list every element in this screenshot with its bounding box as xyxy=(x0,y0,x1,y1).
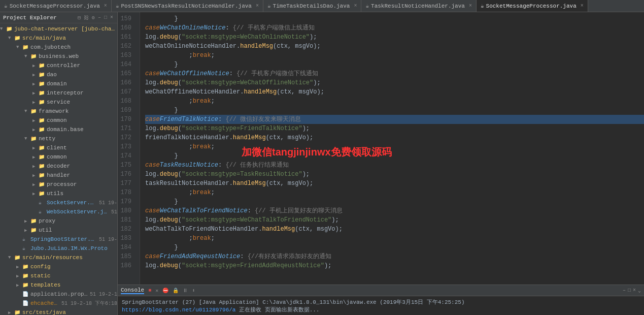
tree-item-22[interactable]: ▶📁util xyxy=(0,226,117,235)
code-line-174: } xyxy=(145,151,644,161)
tree-item-30[interactable]: 📄ehcache.xml 51 19-2-18 下午6:18 xyxy=(0,299,117,308)
tab-close-0[interactable]: × xyxy=(104,3,107,9)
tree-item-19[interactable]: ☕SocketServer.java 51 19- xyxy=(0,198,117,207)
console-pin-btn[interactable]: × xyxy=(633,288,636,294)
tree-item-15[interactable]: ▶📁decoder xyxy=(0,162,117,171)
console-close-btn[interactable]: – xyxy=(623,288,626,294)
tree-item-18[interactable]: ▶📁utils xyxy=(0,189,117,198)
tree-item-12[interactable]: ▼📁netty xyxy=(0,134,117,143)
tree-node-icon: 📄 xyxy=(22,300,29,306)
console-icon-2[interactable]: ✕ xyxy=(155,288,158,294)
maximize-icon[interactable]: □ xyxy=(103,14,108,21)
tree-item-6[interactable]: ▶📁domain xyxy=(0,79,117,88)
console-icon-6[interactable]: ⬇ xyxy=(192,288,195,294)
tab-4[interactable]: ☕ SocketMessageProcessor.java × xyxy=(477,0,588,12)
tree-node-icon: 📁 xyxy=(39,99,46,105)
tree-item-2[interactable]: ▼📁com.jubotech xyxy=(0,43,117,52)
line-number-185: 185 xyxy=(120,252,135,261)
code-line-181: log.debug("socket:msgtype=WeChatTalkToFr… xyxy=(145,215,644,225)
tree-item-7[interactable]: ▶📁interceptor xyxy=(0,88,117,98)
tree-item-3[interactable]: ▼📁business.web xyxy=(0,52,117,61)
settings-icon[interactable]: ⚙ xyxy=(91,14,96,21)
console-icon-4[interactable]: 🔒 xyxy=(173,288,179,294)
tree-item-26[interactable]: ▶📁config xyxy=(0,262,117,271)
line-number-172: 172 xyxy=(120,133,135,142)
minimize-icon[interactable]: – xyxy=(97,14,102,21)
tree-item-23[interactable]: ☕SpringBootStarter.java 51 19- xyxy=(0,235,117,244)
tree-item-21[interactable]: ▶📁proxy xyxy=(0,216,117,226)
tree-item-31[interactable]: ▶📁src/test/java xyxy=(0,308,117,315)
tree-node-label: proxy xyxy=(39,218,55,224)
tree-arrow: ▼ xyxy=(24,136,30,141)
tree-item-5[interactable]: ▶📁dao xyxy=(0,70,117,79)
tree-item-11[interactable]: ▶📁domain.base xyxy=(0,125,117,134)
tab-bar: ☕ SocketMessageProcessor.java × ☕ PostSN… xyxy=(0,0,644,12)
tree-node-icon: 📁 xyxy=(22,273,29,279)
code-content[interactable]: 1591601611621631641651661671681691701711… xyxy=(118,12,644,285)
tree-item-4[interactable]: ▶📁controller xyxy=(0,61,117,70)
console-tab[interactable]: Console xyxy=(121,287,144,294)
tree-node-icon: 📁 xyxy=(39,181,46,187)
tree-node-icon: ☕ xyxy=(39,209,46,215)
tree-item-24[interactable]: ☕Jubo.JuLiao.IM.Wx.Proto xyxy=(0,244,117,253)
tree-item-27[interactable]: ▶📁static xyxy=(0,271,117,280)
tree-node-icon: 📁 xyxy=(39,172,46,178)
console-icon-1[interactable]: ■ xyxy=(148,288,151,293)
tree-item-29[interactable]: 📄application.properties 51 19-2-1 xyxy=(0,290,117,299)
tab-close-1[interactable]: × xyxy=(256,3,259,9)
tree-node-icon: 📁 xyxy=(39,154,46,160)
tree-node-label: SocketServer.java xyxy=(47,200,97,206)
code-line-184: } xyxy=(145,243,644,252)
tree-arrow: ▶ xyxy=(16,273,22,279)
code-line-180: case WeChatTalkToFriendNotice: {// 手机上回复… xyxy=(145,206,644,215)
tree-node-label: jubo-chat-newserver [jubo-chat-newse... xyxy=(14,26,117,32)
tree-item-9[interactable]: ▼📁framework xyxy=(0,107,117,116)
code-line-182: weChatTalkToFriendNoticeHandler.handleMs… xyxy=(145,225,644,234)
tab-0[interactable]: ☕ SocketMessageProcessor.java × xyxy=(0,0,112,12)
tree-item-28[interactable]: ▶📁templates xyxy=(0,280,117,290)
tree-arrow: ▶ xyxy=(32,182,39,187)
console-link[interactable]: https://blog.csdn.net/u011289796/a xyxy=(122,307,235,313)
line-number-161: 161 xyxy=(120,33,135,42)
collapse-icon[interactable]: ⊟ xyxy=(77,14,82,21)
console-chevron[interactable]: ⌄ xyxy=(638,288,641,294)
tree-item-16[interactable]: ▶📁handler xyxy=(0,171,117,180)
console-line-1: SpringBootStarter (27) [Java Application… xyxy=(122,298,640,306)
tree-item-13[interactable]: ▶📁client xyxy=(0,143,117,152)
tree-item-10[interactable]: ▶📁common xyxy=(0,116,117,125)
line-number-168: 168 xyxy=(120,97,135,106)
tab-close-4[interactable]: × xyxy=(581,3,584,9)
tree-item-20[interactable]: ☕WebSocketServer.java 51 xyxy=(0,207,117,216)
tab-3[interactable]: ☕ TaskResultNoticeHandler.java × xyxy=(361,0,476,12)
tree-arrow: ▶ xyxy=(32,90,39,96)
tree-node-label: WebSocketServer.java xyxy=(47,209,109,215)
tree-item-1[interactable]: ▼📁src/main/java xyxy=(0,34,117,43)
line-number-174: 174 xyxy=(120,151,135,161)
tree-item-25[interactable]: ▼📁src/main/resources xyxy=(0,253,117,262)
line-number-159: 159 xyxy=(120,14,135,23)
line-number-182: 182 xyxy=(120,225,135,234)
tree-item-14[interactable]: ▶📁common xyxy=(0,152,117,162)
console-icon-5[interactable]: ⏸ xyxy=(183,288,188,294)
tree-node-icon: 📁 xyxy=(22,44,29,50)
tab-close-3[interactable]: × xyxy=(469,3,472,9)
tree-item-0[interactable]: ▼📁jubo-chat-newserver [jubo-chat-newse..… xyxy=(0,24,117,34)
tab-1[interactable]: ☕ PostSNSNewsTaskResultNoticeHandler.jav… xyxy=(112,0,263,12)
tree-node-icon: 📁 xyxy=(22,282,29,288)
console-icon-3[interactable]: ⛔ xyxy=(162,288,168,294)
tree-node-badge: 51 xyxy=(111,209,117,215)
tree-arrow: ▶ xyxy=(32,127,39,133)
link-icon[interactable]: ⛓ xyxy=(83,14,90,21)
line-numbers: 1591601611621631641651661671681691701711… xyxy=(118,12,140,285)
tree-item-17[interactable]: ▶📁processor xyxy=(0,180,117,189)
tree-arrow: ▶ xyxy=(32,164,39,169)
tree-arrow: ▼ xyxy=(16,45,22,50)
console-max-btn[interactable]: □ xyxy=(628,288,631,294)
tab-close-2[interactable]: × xyxy=(354,3,357,9)
tree-item-8[interactable]: ▶📁service xyxy=(0,98,117,107)
tree-node-icon: 📁 xyxy=(6,26,13,32)
editor-area: 1591601611621631641651661671681691701711… xyxy=(118,12,644,315)
code-line-183: ;break; xyxy=(145,234,644,243)
tab-2[interactable]: ☕ TimeTaskDetailsDao.java × xyxy=(263,0,361,12)
close-icon[interactable]: × xyxy=(109,14,114,21)
